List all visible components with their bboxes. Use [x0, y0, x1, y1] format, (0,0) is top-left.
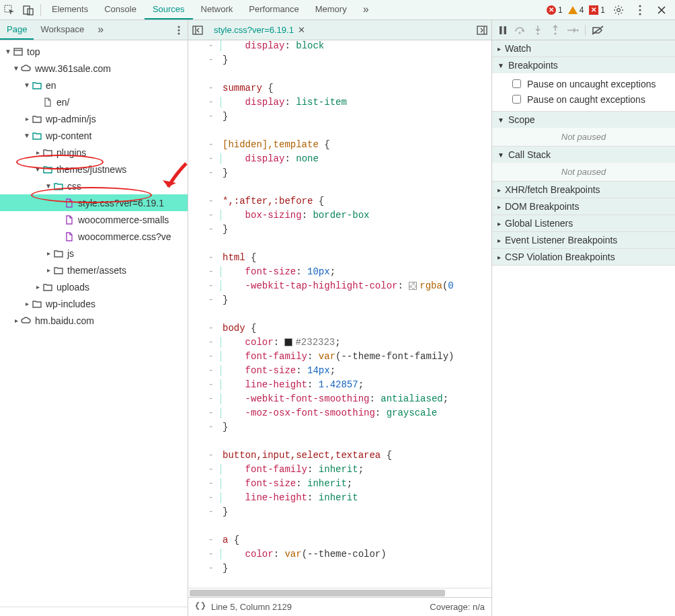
- tab-sources[interactable]: Sources: [145, 0, 193, 20]
- editor-statusbar: Line 5, Column 2129 Coverage: n/a: [188, 597, 491, 616]
- svg-rect-14: [477, 26, 487, 34]
- section-event-listener-breakpoints[interactable]: ▸Event Listener Breakpoints: [492, 232, 675, 248]
- deactivate-breakpoints-icon[interactable]: [590, 22, 606, 38]
- svg-point-24: [576, 29, 578, 31]
- tree-js[interactable]: ▸js: [0, 245, 188, 262]
- chevron-double-right-icon: »: [97, 24, 102, 36]
- checkbox-pause-uncaught[interactable]: Pause on uncaught exceptions: [510, 76, 670, 91]
- tab-more[interactable]: »: [355, 0, 376, 20]
- svg-point-3: [617, 8, 621, 11]
- code-editor[interactable]: - display: block-}-summary {- display: l…: [188, 40, 491, 588]
- debugger-panel: ▸Watch ▼Breakpoints Pause on uncaught ex…: [492, 20, 675, 616]
- editor-hscroll[interactable]: [188, 588, 491, 597]
- pretty-print-icon[interactable]: [195, 601, 206, 613]
- svg-rect-12: [193, 26, 202, 34]
- sources-navigator: Page Workspace » ▼top ▼www.361sale.com ▼…: [0, 20, 188, 616]
- section-dom-breakpoints[interactable]: ▸DOM Breakpoints: [492, 198, 675, 215]
- tree-domain[interactable]: ▼www.361sale.com: [0, 60, 188, 77]
- section-call-stack[interactable]: ▼Call Stack: [492, 147, 675, 163]
- tree-style-css[interactable]: style.css?ver=6.19.1: [0, 194, 188, 211]
- document-icon: [63, 231, 75, 243]
- debugger-toolbar: [492, 20, 675, 40]
- device-toolbar-icon[interactable]: [19, 1, 38, 20]
- issue-count-badge[interactable]: ✕1: [588, 5, 606, 15]
- step-over-icon: [512, 22, 528, 38]
- folder-icon: [31, 130, 43, 142]
- cloud-icon: [20, 315, 32, 327]
- document-icon: [63, 214, 75, 226]
- tree-woocommerce-smalls[interactable]: woocommerce-smalls: [0, 211, 188, 228]
- section-watch[interactable]: ▸Watch: [492, 40, 675, 56]
- callstack-not-paused: Not paused: [492, 163, 675, 181]
- document-icon: [42, 96, 54, 108]
- tab-elements[interactable]: Elements: [44, 0, 96, 20]
- main-tabs: Elements Console Sources Network Perform…: [44, 0, 376, 20]
- tree-css[interactable]: ▼css: [0, 178, 188, 194]
- checkbox-pause-caught[interactable]: Pause on caught exceptions: [510, 91, 670, 107]
- section-breakpoints[interactable]: ▼Breakpoints: [492, 57, 675, 73]
- tab-memory[interactable]: Memory: [307, 0, 355, 20]
- svg-point-18: [519, 32, 521, 34]
- pause-icon[interactable]: [495, 22, 511, 38]
- tree-woocommerce-css[interactable]: woocommerce.css?ve: [0, 228, 188, 245]
- close-icon[interactable]: ✕: [298, 25, 305, 35]
- file-tab-label: style.css?ver=6.19.1: [214, 25, 294, 35]
- svg-point-9: [178, 32, 180, 34]
- tab-network[interactable]: Network: [193, 0, 241, 20]
- folder-icon: [52, 180, 65, 192]
- tree-en[interactable]: ▼en: [0, 77, 188, 93]
- warning-count-badge[interactable]: 4: [567, 5, 586, 15]
- tree-en-index[interactable]: en/: [0, 93, 188, 110]
- section-csp-breakpoints[interactable]: ▸CSP Violation Breakpoints: [492, 249, 675, 265]
- tree-plugins[interactable]: ▸plugins: [0, 144, 188, 161]
- folder-icon: [31, 298, 43, 310]
- devtools-toolbar: Elements Console Sources Network Perform…: [0, 0, 675, 20]
- code-editor-panel: style.css?ver=6.19.1 ✕ - display: block-…: [188, 20, 492, 616]
- tree-wp-includes[interactable]: ▸wp-includes: [0, 295, 188, 312]
- window-icon: [12, 46, 24, 58]
- inspect-element-icon[interactable]: [0, 1, 19, 20]
- subtab-page[interactable]: Page: [0, 20, 34, 40]
- kebab-menu-icon[interactable]: [631, 1, 649, 20]
- chevron-double-right-icon: »: [363, 3, 368, 15]
- tree-uploads[interactable]: ▸uploads: [0, 278, 188, 295]
- section-scope[interactable]: ▼Scope: [492, 112, 675, 128]
- tree-wp-admin-js[interactable]: ▸wp-admin/js: [0, 110, 188, 127]
- folder-icon: [52, 264, 65, 276]
- step-into-icon: [530, 22, 546, 38]
- navigator-menu-icon[interactable]: [170, 22, 188, 39]
- svg-rect-16: [500, 26, 502, 34]
- toggle-debugger-icon[interactable]: [473, 26, 491, 35]
- folder-icon: [31, 79, 43, 91]
- step-out-icon: [547, 22, 563, 38]
- svg-point-5: [639, 9, 641, 11]
- file-tree[interactable]: ▼top ▼www.361sale.com ▼en en/ ▸wp-admin/…: [0, 40, 188, 607]
- section-xhr-breakpoints[interactable]: ▸XHR/fetch Breakpoints: [492, 182, 675, 198]
- tree-top[interactable]: ▼top: [0, 43, 188, 60]
- folder-icon: [52, 247, 65, 260]
- tab-console[interactable]: Console: [96, 0, 145, 20]
- file-tab-style-css[interactable]: style.css?ver=6.19.1 ✕: [207, 20, 312, 40]
- section-global-listeners[interactable]: ▸Global Listeners: [492, 215, 675, 231]
- close-devtools-icon[interactable]: [652, 1, 671, 20]
- svg-point-6: [639, 13, 641, 15]
- tab-performance[interactable]: Performance: [241, 0, 307, 20]
- svg-point-4: [639, 5, 641, 7]
- tree-themer-assets[interactable]: ▸themer/assets: [0, 262, 188, 278]
- error-count-badge[interactable]: ✕1: [545, 5, 564, 15]
- divider: [585, 25, 586, 36]
- tree-hm-baidu[interactable]: ▸hm.baidu.com: [0, 312, 188, 329]
- subtab-workspace[interactable]: Workspace: [34, 20, 91, 40]
- tree-wp-content[interactable]: ▼wp-content: [0, 127, 188, 144]
- folder-icon: [42, 147, 54, 159]
- folder-icon: [31, 113, 43, 125]
- toolbar-right: ✕1 4 ✕1: [545, 1, 675, 20]
- navigator-tabbar: Page Workspace »: [0, 20, 188, 40]
- svg-point-7: [178, 26, 180, 28]
- divider: [40, 4, 41, 16]
- gear-icon[interactable]: [609, 1, 628, 20]
- tree-themes-justnews[interactable]: ▼themes/justnews: [0, 161, 188, 178]
- subtab-more[interactable]: »: [91, 20, 109, 40]
- navigator-hscroll[interactable]: [0, 607, 188, 616]
- toggle-navigator-icon[interactable]: [188, 26, 207, 35]
